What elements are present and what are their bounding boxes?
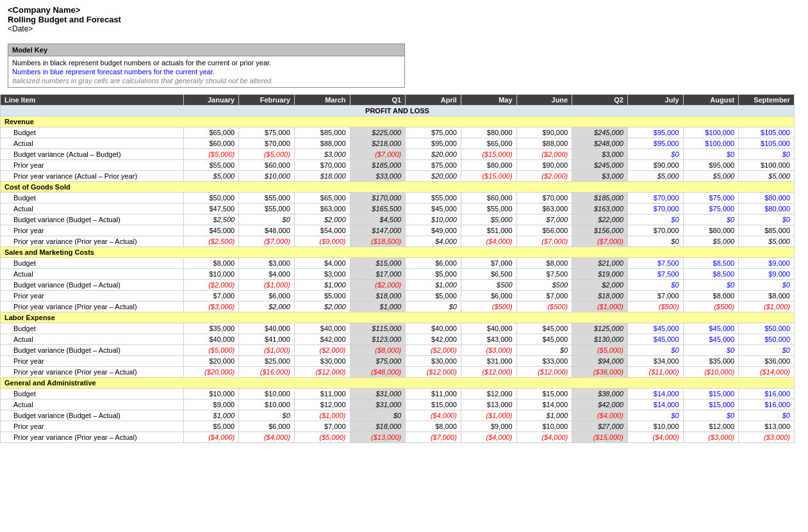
data-cell: $30,000	[406, 356, 461, 367]
data-cell: $15,000	[406, 399, 461, 410]
data-cell: ($48,000)	[350, 367, 406, 378]
data-cell: $3,000	[572, 149, 628, 160]
data-cell: $225,000	[350, 127, 406, 138]
data-cell: $25,000	[239, 356, 295, 367]
table-row: Budget$8,000$3,000$4,000$15,000$6,000$7,…	[1, 258, 795, 269]
data-cell: $11,000	[406, 389, 461, 399]
row-label: Prior year variance (Prior year – Actual…	[1, 367, 184, 378]
data-cell: $6,000	[406, 258, 461, 269]
data-cell: $80,000	[683, 225, 739, 236]
data-cell: $6,000	[239, 421, 295, 432]
data-cell: $95,000	[683, 160, 739, 171]
table-row: Budget variance (Budget – Actual)($2,000…	[1, 280, 795, 291]
col-header-aug: August	[683, 95, 739, 106]
data-cell: $45,000	[183, 225, 239, 236]
data-cell: ($4,000)	[406, 410, 461, 421]
table-row: Budget variance (Budget – Actual)$2,500$…	[1, 214, 795, 225]
data-cell: $11,000	[294, 389, 350, 399]
data-cell: $40,000	[461, 323, 516, 334]
data-cell: ($4,000)	[239, 432, 295, 443]
data-cell: $5,000	[183, 421, 239, 432]
data-cell: $12,000	[294, 399, 350, 410]
data-cell: $35,000	[183, 323, 239, 334]
data-cell: $0	[683, 149, 739, 160]
data-cell: ($18,500)	[350, 236, 406, 247]
data-cell: $125,000	[572, 323, 628, 334]
data-cell: $13,000	[739, 421, 795, 432]
col-header-jan: January	[183, 95, 239, 106]
data-cell: $10,000	[406, 214, 461, 225]
data-cell: $4,500	[350, 214, 406, 225]
data-cell: $6,000	[461, 291, 516, 302]
data-cell: ($4,000)	[627, 432, 683, 443]
data-cell: $163,000	[572, 204, 628, 214]
data-cell: $165,500	[350, 204, 406, 214]
data-cell: $6,500	[461, 269, 516, 280]
data-cell: $60,000	[461, 193, 516, 204]
row-label: Prior year	[1, 421, 184, 432]
data-cell: ($2,000)	[183, 280, 239, 291]
data-cell: $33,000	[516, 356, 572, 367]
data-cell: $245,000	[572, 127, 628, 138]
data-cell: $13,000	[461, 399, 516, 410]
row-label: Budget	[1, 323, 184, 334]
data-cell: ($2,000)	[516, 149, 572, 160]
col-header-mar: March	[294, 95, 350, 106]
data-cell: $3,000	[294, 269, 350, 280]
data-cell: ($7,000)	[239, 236, 295, 247]
data-cell: ($2,000)	[294, 345, 350, 356]
column-header-row: Line Item January February March Q1 Apri…	[1, 95, 795, 106]
header-section: <Company Name> Rolling Budget and Foreca…	[0, 0, 808, 38]
data-cell: $0	[627, 214, 683, 225]
data-cell: $130,000	[572, 334, 628, 345]
data-cell: $70,000	[627, 204, 683, 214]
data-cell: $31,000	[350, 389, 406, 399]
data-cell: $0	[739, 149, 795, 160]
data-cell: $0	[739, 280, 795, 291]
data-cell: ($3,000)	[461, 345, 516, 356]
model-key-header: Model Key	[8, 44, 404, 56]
data-cell: $20,000	[183, 356, 239, 367]
data-cell: $8,000	[516, 258, 572, 269]
data-cell: $7,000	[461, 258, 516, 269]
data-cell: $31,000	[461, 356, 516, 367]
data-cell: ($12,000)	[406, 367, 461, 378]
data-cell: $12,000	[683, 421, 739, 432]
data-cell: $2,000	[294, 214, 350, 225]
data-cell: $5,000	[683, 236, 739, 247]
data-cell: $27,000	[572, 421, 628, 432]
data-cell: $7,000	[516, 214, 572, 225]
data-cell: $0	[683, 214, 739, 225]
row-label: Budget variance (Budget – Actual)	[1, 214, 184, 225]
data-cell: $123,000	[350, 334, 406, 345]
data-cell: $42,000	[572, 399, 628, 410]
col-header-jul: July	[627, 95, 683, 106]
data-cell: $16,000	[739, 389, 795, 399]
data-cell: $9,000	[183, 399, 239, 410]
data-cell: $34,000	[627, 356, 683, 367]
col-header-may: May	[461, 95, 516, 106]
data-cell: ($5,000)	[183, 345, 239, 356]
data-cell: ($12,000)	[461, 367, 516, 378]
data-cell: ($36,000)	[572, 367, 628, 378]
data-cell: $63,000	[516, 204, 572, 214]
data-cell: $14,000	[627, 389, 683, 399]
data-cell: $0	[516, 345, 572, 356]
data-cell: $18,000	[350, 421, 406, 432]
table-row: Prior year$55,000$60,000$70,000$185,000$…	[1, 160, 795, 171]
row-label: Budget variance (Budget – Actual)	[1, 345, 184, 356]
data-cell: $45,000	[683, 334, 739, 345]
data-cell: $3,000	[239, 258, 295, 269]
data-cell: $0	[627, 280, 683, 291]
data-cell: ($3,000)	[739, 432, 795, 443]
data-cell: ($15,000)	[572, 432, 628, 443]
col-header-q1: Q1	[350, 95, 406, 106]
col-header-line-item: Line Item	[1, 95, 184, 106]
data-cell: $0	[239, 410, 295, 421]
data-cell: $105,000	[739, 138, 795, 149]
data-cell: $170,000	[350, 193, 406, 204]
data-cell: ($500)	[461, 302, 516, 312]
data-cell: $500	[461, 280, 516, 291]
data-cell: $90,000	[516, 160, 572, 171]
data-cell: $45,000	[627, 334, 683, 345]
